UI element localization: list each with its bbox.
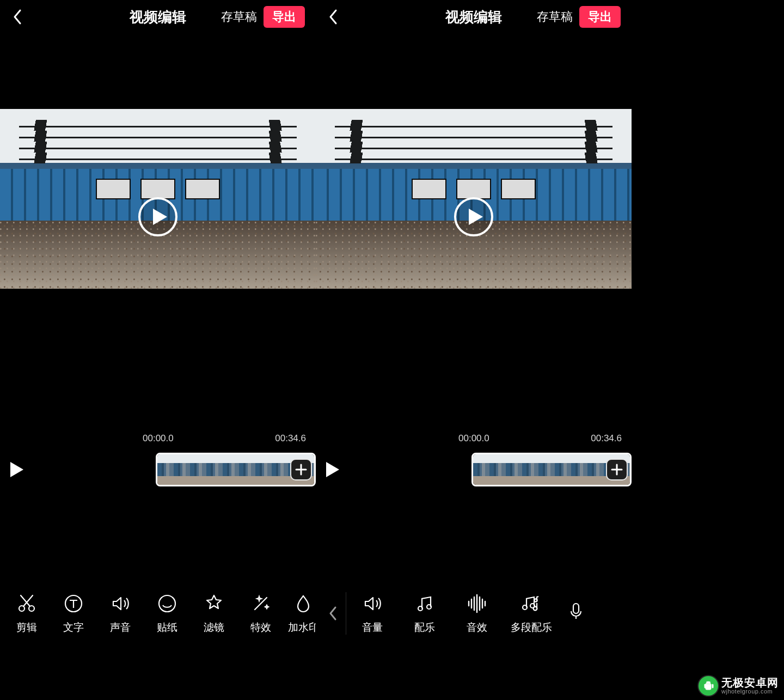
multi-music-icon bbox=[520, 592, 543, 615]
wand-icon bbox=[249, 592, 272, 615]
tool-cut[interactable]: 剪辑 bbox=[3, 592, 50, 635]
speaker-icon bbox=[361, 592, 384, 615]
mic-icon bbox=[565, 599, 587, 622]
toolbar-audio: 音量 配乐 音效 多段配乐 bbox=[316, 532, 632, 700]
preview-area bbox=[0, 34, 316, 412]
tool-label: 贴纸 bbox=[157, 620, 177, 635]
filter-icon bbox=[203, 592, 225, 615]
clip-track[interactable] bbox=[471, 453, 632, 486]
header-actions: 存草稿 导出 bbox=[537, 6, 621, 28]
tool-voiceover[interactable] bbox=[560, 599, 592, 628]
back-button[interactable] bbox=[11, 10, 24, 23]
tool-sticker[interactable]: 贴纸 bbox=[144, 592, 191, 635]
tool-sound[interactable]: 声音 bbox=[97, 592, 144, 635]
tool-label: 加水印 bbox=[288, 620, 319, 635]
play-button[interactable] bbox=[138, 197, 177, 236]
tool-label: 滤镜 bbox=[204, 620, 224, 635]
text-icon bbox=[62, 592, 85, 615]
header: 视频编辑 存草稿 导出 bbox=[0, 0, 316, 34]
speaker-icon bbox=[109, 592, 132, 615]
time-end: 00:34.6 bbox=[275, 433, 306, 447]
tool-text[interactable]: 文字 bbox=[50, 592, 97, 635]
android-icon bbox=[699, 676, 718, 696]
time-labels: 00:00.0 00:34.6 bbox=[458, 433, 622, 447]
tool-music[interactable]: 配乐 bbox=[399, 592, 451, 635]
header: 视频编辑 存草稿 导出 bbox=[316, 0, 632, 34]
tool-filter[interactable]: 滤镜 bbox=[191, 592, 237, 635]
timeline-area: 00:00.0 00:34.6 bbox=[0, 412, 316, 532]
clip-track[interactable] bbox=[156, 453, 316, 486]
timeline-play-button[interactable] bbox=[0, 461, 34, 478]
scissors-icon bbox=[15, 592, 38, 615]
tool-label: 音效 bbox=[467, 620, 487, 635]
export-button[interactable]: 导出 bbox=[579, 6, 621, 28]
toolbar: 剪辑 文字 声音 贴纸 滤镜 bbox=[0, 532, 316, 700]
export-button[interactable]: 导出 bbox=[264, 6, 305, 28]
save-draft-button[interactable]: 存草稿 bbox=[537, 9, 573, 25]
waveform-icon bbox=[465, 592, 488, 615]
tool-label: 多段配乐 bbox=[511, 620, 552, 635]
left-screen: 视频编辑 存草稿 导出 00:00.0 00:34.6 bbox=[0, 0, 316, 700]
tool-label: 声音 bbox=[110, 620, 131, 635]
tool-effect[interactable]: 特效 bbox=[237, 592, 284, 635]
back-button[interactable] bbox=[327, 10, 340, 23]
tool-multi-music[interactable]: 多段配乐 bbox=[503, 592, 560, 635]
sticker-icon bbox=[156, 592, 179, 615]
timeline-row bbox=[0, 453, 316, 486]
svg-point-9 bbox=[534, 599, 537, 601]
tool-label: 文字 bbox=[63, 620, 84, 635]
tool-label: 音量 bbox=[362, 620, 383, 635]
tool-label: 配乐 bbox=[414, 620, 435, 635]
svg-point-3 bbox=[159, 595, 175, 612]
svg-rect-10 bbox=[573, 604, 579, 613]
time-end: 00:34.6 bbox=[591, 433, 622, 447]
timeline-row bbox=[316, 453, 632, 486]
header-actions: 存草稿 导出 bbox=[221, 6, 305, 28]
tool-soundfx[interactable]: 音效 bbox=[451, 592, 503, 635]
watermark-logo: 无极安卓网 wjhotelgroup.com bbox=[699, 676, 779, 696]
add-clip-button[interactable] bbox=[290, 459, 312, 480]
timeline-area: 00:00.0 00:34.6 bbox=[316, 412, 632, 532]
tool-label: 剪辑 bbox=[16, 620, 37, 635]
toolbar-back-button[interactable] bbox=[319, 592, 346, 635]
page-title: 视频编辑 bbox=[130, 8, 186, 27]
drop-icon bbox=[292, 592, 315, 615]
page-title: 视频编辑 bbox=[445, 8, 502, 27]
tool-label: 特效 bbox=[250, 620, 271, 635]
play-button[interactable] bbox=[454, 197, 493, 236]
add-clip-button[interactable] bbox=[606, 459, 628, 480]
time-start: 00:00.0 bbox=[143, 433, 174, 447]
logo-subtext: wjhotelgroup.com bbox=[721, 689, 779, 695]
music-note-icon bbox=[413, 592, 436, 615]
time-start: 00:00.0 bbox=[458, 433, 489, 447]
right-screen: 视频编辑 存草稿 导出 00:00.0 00:34.6 bbox=[316, 0, 632, 700]
time-labels: 00:00.0 00:34.6 bbox=[143, 433, 306, 447]
save-draft-button[interactable]: 存草稿 bbox=[221, 9, 257, 25]
timeline-play-button[interactable] bbox=[316, 461, 350, 478]
logo-text: 无极安卓网 bbox=[721, 677, 779, 689]
preview-area bbox=[316, 34, 632, 412]
svg-point-8 bbox=[534, 607, 537, 611]
tool-volume[interactable]: 音量 bbox=[346, 592, 399, 635]
